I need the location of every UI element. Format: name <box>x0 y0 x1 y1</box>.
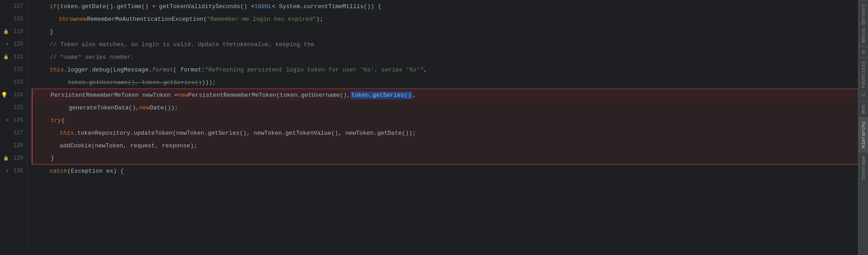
gutter-row: 127 <box>0 127 23 139</box>
code-line: // *same* series number. <box>32 51 858 63</box>
code-line: } <box>32 152 858 165</box>
gutter-row: 125 <box>0 101 23 114</box>
code-token: this <box>50 66 64 73</box>
gutter-spacer <box>2 104 9 111</box>
code-token: token <box>233 41 251 48</box>
code-token: RememberMeAuthenticationException( <box>87 16 207 23</box>
sidebar-tab[interactable]: Web <box>859 101 868 118</box>
code-token: Date()); <box>150 104 178 111</box>
line-number: 124 <box>9 92 23 98</box>
code-token: token.getUsername(), token.getSeries() <box>68 79 202 86</box>
sidebar-tab[interactable]: Hierarchy <box>859 117 868 151</box>
code-token: this <box>60 130 74 137</box>
gutter-row: 128 <box>0 139 23 152</box>
gutter-row: 🔒 119 <box>0 25 23 38</box>
gutter-spacer <box>2 129 9 137</box>
code-token: // *same* series number. <box>50 54 134 61</box>
code-token: value, keeping the <box>251 41 314 48</box>
gutter-row: 🔒 129 <box>0 152 23 165</box>
line-number: 117 <box>9 3 23 9</box>
sidebar-tab[interactable]: 2: Favorites <box>859 57 868 100</box>
code-token: throw <box>59 16 76 23</box>
code-line: throw new RememberMeAuthenticationExcept… <box>32 13 858 25</box>
sidebar-tab[interactable]: m <box>859 47 868 57</box>
line-number: 126 <box>9 117 23 123</box>
line-number: 120 <box>9 41 23 47</box>
gutter-row: ▼ 130 <box>0 165 23 177</box>
code-token: new <box>76 16 87 23</box>
gutter-row: 117 <box>0 0 23 13</box>
code-token: ); <box>316 16 324 23</box>
gutter-row: ▼ 126 <box>0 114 23 127</box>
bulb-icon[interactable]: 💡 <box>1 92 8 99</box>
code-token: addCookie(newToken, request, response); <box>60 142 197 149</box>
code-line: try { <box>32 114 858 127</box>
line-number: 121 <box>9 54 23 60</box>
gutter-row: ▼ 120 <box>0 38 23 51</box>
gutter-spacer <box>2 142 9 149</box>
gutter-row: 123 <box>0 76 23 89</box>
code-token: try <box>51 117 61 124</box>
gutter-spacer <box>2 66 9 73</box>
sidebar-tab[interactable]: Nexus Servers <box>859 0 868 47</box>
line-number: 123 <box>9 79 23 85</box>
gutter-spacer <box>2 79 9 86</box>
line-number: 129 <box>9 155 23 161</box>
code-token: PersistentRememberMeToken newToken = <box>51 92 178 99</box>
code-token: "Refreshing persistent login token for u… <box>205 66 424 73</box>
code-token: ))); <box>202 79 216 86</box>
lock-icon: 🔒 <box>3 156 9 161</box>
code-line: this.tokenRepository.updateToken(newToke… <box>32 127 858 139</box>
code-token: if <box>50 3 57 10</box>
code-line: // Token also matches, so login is valid… <box>32 38 858 51</box>
code-token: PersistentRememberMeToken(token.getUsern… <box>188 92 350 99</box>
lock-icon: 🔒 <box>3 29 9 34</box>
lock-icon: 🔒 <box>3 54 9 60</box>
code-token: < System.currentTimeMillis()) { <box>272 3 382 10</box>
fold-icon[interactable]: ▼ <box>6 118 9 123</box>
code-token: (Exception ex) { <box>67 168 124 175</box>
code-token: generateTokenData(), <box>69 104 139 111</box>
code-token: } <box>51 155 54 161</box>
sidebar-tab[interactable]: Coverage <box>859 152 868 184</box>
code-token: } <box>50 28 53 35</box>
gutter-spacer <box>2 15 9 23</box>
line-gutter: 117 118 🔒 119 ▼ 120 🔒 121 122 123 💡 124 … <box>0 0 27 255</box>
code-line: if (token.getDate().getTime() + getToken… <box>32 0 858 13</box>
line-number: 130 <box>9 168 23 174</box>
code-line: addCookie(newToken, request, response); <box>32 139 858 152</box>
code-token: { <box>61 117 65 124</box>
code-token: , <box>424 66 427 73</box>
gutter-spacer <box>2 3 9 10</box>
code-token: catch <box>50 168 67 175</box>
code-token: , <box>412 92 416 99</box>
code-token: .tokenRepository.updateToken(newToken.ge… <box>74 130 416 137</box>
code-token: new <box>178 92 188 99</box>
right-sidebar: Nexus Serversm2: FavoritesWebHierarchyCo… <box>858 0 868 255</box>
code-token: ( format: <box>173 66 205 73</box>
code-line: PersistentRememberMeToken newToken = new… <box>32 89 858 101</box>
gutter-row: 122 <box>0 63 23 76</box>
line-number: 118 <box>9 16 23 22</box>
code-lines: if (token.getDate().getTime() + getToken… <box>27 0 858 255</box>
line-number: 128 <box>9 142 23 149</box>
line-number: 127 <box>9 130 23 136</box>
code-token: // Token also matches, so login is valid… <box>50 41 233 48</box>
code-token: format <box>152 66 173 73</box>
code-line: catch (Exception ex) { <box>32 165 858 177</box>
fold-icon[interactable]: ▼ <box>6 169 9 174</box>
fold-icon[interactable]: ▼ <box>6 42 9 47</box>
code-line: } <box>32 25 858 38</box>
code-line: token.getUsername(), token.getSeries()))… <box>32 76 858 89</box>
code-token: new <box>139 104 150 111</box>
code-token: (token.getDate().getTime() + getTokenVal… <box>57 3 255 10</box>
code-token: "Remember-me login has expired" <box>207 16 316 23</box>
code-line: this.logger.debug(LogMessage.format( for… <box>32 63 858 76</box>
line-number: 119 <box>9 28 23 35</box>
code-token: .logger.debug(LogMessage. <box>64 66 152 73</box>
line-number: 122 <box>9 66 23 73</box>
gutter-row: 118 <box>0 13 23 25</box>
editor-area: 117 118 🔒 119 ▼ 120 🔒 121 122 123 💡 124 … <box>0 0 858 255</box>
code-container: 117 118 🔒 119 ▼ 120 🔒 121 122 123 💡 124 … <box>0 0 858 255</box>
code-token: token.getSeries() <box>350 91 412 99</box>
